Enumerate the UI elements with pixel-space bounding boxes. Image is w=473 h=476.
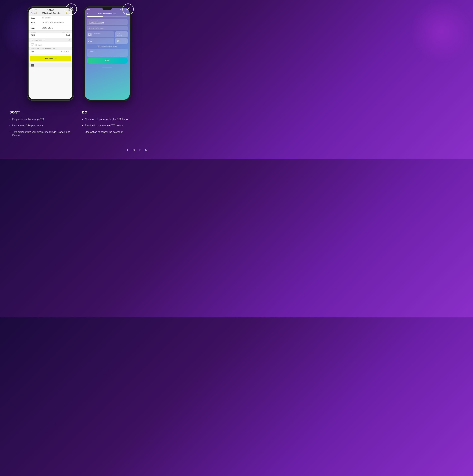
to-bank-label: To Nordea Bank Norge (88, 20, 126, 22)
eur-balance: 136,507.60 (117, 35, 122, 36)
name-value: Ilya Zubarev (42, 17, 70, 19)
date-chevron-icon: › (70, 51, 70, 53)
reason-value: Test (31, 43, 70, 44)
status-left: ●●○○ GS (31, 9, 36, 11)
dont-phone-wrapper: ✕ ●●○○ GS 9:41 AM ♪ ▲ ▮▮▮ Cancel SEPA Cr (27, 6, 74, 101)
iban-row: IBAN Converter DE02 1001 1001 2620 5038 … (29, 20, 72, 26)
scheduled-header: SCHEDULED EXECUTION (OPTIONAL) (29, 47, 72, 50)
do-badge: ✓ (122, 3, 134, 15)
transfer-reason-label: TRANSFER REASON (31, 39, 45, 41)
do-item-1: Common UI patterns for the CTA button (82, 118, 148, 121)
scheduled-label: SCHEDULED EXECUTION (OPTIONAL) (31, 48, 56, 49)
notch (103, 8, 112, 10)
iban-label: IBAN Converter (31, 22, 42, 25)
do-phone-wrapper: ✓ 9:41 ▲▲▲ ▲ ▮▮ ‹ Enter payment details (84, 6, 131, 101)
purpose-field[interactable]: Purpose (87, 49, 128, 57)
amount-value: 0,01 (66, 34, 70, 36)
date-value: 16 Apr 2018 (61, 51, 69, 53)
dont-item-1: Emphasis on the wrong CTA (9, 118, 76, 121)
payee-amount: 0.00 (88, 41, 113, 43)
to-bank-value: NO9622658628243 (88, 22, 126, 24)
do-item-3: One option to cancel the payment (82, 130, 148, 134)
dont-bullet-list: Emphasis on the wrong CTA Uncommon CTA p… (9, 118, 76, 137)
transfer-reason-header: TRANSFER REASON ⊕ (29, 38, 72, 42)
status-time: 9:41 (87, 9, 90, 11)
carrier-text: ●●○○ GS (31, 9, 36, 11)
do-column: DO Common UI patterns for the CTA button… (82, 110, 148, 140)
cancel-button[interactable]: Cancel (31, 12, 36, 14)
remove-currency-text: Remove another currency (100, 46, 117, 47)
old-phone-content: Name Ilya Zubarev IBAN Converter DE02 10… (29, 16, 72, 99)
date-row[interactable]: Date 16 Apr 2018 › (29, 50, 72, 54)
add-icon[interactable]: ⊕ (68, 39, 70, 41)
send-from-label: Send from main account (88, 33, 113, 34)
home-line (103, 67, 112, 68)
old-phone: ●●○○ GS 9:41 AM ♪ ▲ ▮▮▮ Cancel SEPA Cred… (27, 6, 74, 101)
date-label: Date (31, 51, 34, 53)
send-from-row: Send from main account 0.00 EUR 136,507.… (87, 31, 128, 37)
progress-bar-container (85, 16, 130, 18)
czk-code: CZK (117, 40, 120, 42)
bank-value: N26 Bank Berlin (42, 27, 70, 29)
amount-row: EUR 0,01 (29, 33, 72, 38)
progress-bar-bg (87, 16, 127, 17)
purpose-placeholder: Purpose (88, 50, 126, 52)
receiver-name-field[interactable]: Receiver's full name (87, 26, 128, 30)
dont-title: DON'T (9, 110, 76, 114)
x-icon: ✕ (69, 6, 73, 12)
camera-icon[interactable]: 📷 (31, 64, 34, 67)
enter-discount[interactable]: Enter discount (62, 31, 70, 33)
phones-section: ✕ ●●○○ GS 9:41 AM ♪ ▲ ▮▮▮ Cancel SEPA Cr (0, 0, 158, 106)
progress-bar-fill (87, 16, 103, 17)
old-phone-nav: Cancel SEPA Credit Transfer Send (29, 12, 72, 16)
reason-row: Test line 2 (35 chars) (29, 42, 72, 47)
reason-placeholder: line 2 (35 chars) (31, 44, 70, 46)
eur-code: EUR (117, 33, 122, 35)
do-bullet-list: Common UI patterns for the CTA button Em… (82, 118, 148, 134)
bank-row: Bank N26 Bank Berlin (29, 26, 72, 31)
new-phone-content: To Nordea Bank Norge NO9622658628243 Rec… (85, 18, 130, 100)
send-amount: 0.00 (88, 34, 113, 36)
send-from-field[interactable]: Send from main account 0.00 (87, 31, 114, 37)
header-title: Enter payment details (88, 13, 125, 15)
new-phone: 9:41 ▲▲▲ ▲ ▮▮ ‹ Enter payment details ✕ (84, 6, 131, 101)
receiver-placeholder: Receiver's full name (88, 27, 126, 29)
name-row: Name Ilya Zubarev (29, 16, 72, 20)
next-button[interactable]: Next (87, 58, 128, 64)
home-indicator (87, 66, 128, 68)
to-bank-field[interactable]: To Nordea Bank Norge NO9622658628243 (87, 19, 128, 25)
status-time: 9:41 AM (48, 9, 54, 11)
check-icon: ✓ (126, 6, 130, 12)
remove-currency-row[interactable]: ✕ Remove another currency (87, 45, 128, 48)
bottom-section: DON'T Emphasis on the wrong CTA Uncommon… (0, 106, 158, 148)
dont-item-2: Uncommon CTA placement (9, 124, 76, 127)
czk-chevron-icon: › (126, 40, 126, 42)
delete-order-button[interactable]: Delete order (30, 56, 71, 61)
iban-value: DE02 1001 1001 2620 5038 60 (42, 22, 70, 23)
old-phone-screen: ●●○○ GS 9:41 AM ♪ ▲ ▮▮▮ Cancel SEPA Cred… (29, 8, 72, 99)
amount-label: AMOUNT (31, 31, 37, 33)
camera-bar: 📷 (29, 63, 72, 68)
bank-label: Bank (31, 27, 42, 29)
do-item-2: Emphasis on the main CTA button (82, 124, 148, 127)
eur-chevron-icon: › (126, 34, 126, 35)
payee-row: Payee receives 0.00 CZK › (87, 38, 128, 44)
uxda-brand: U X D A (0, 148, 158, 157)
amount-currency: EUR (31, 34, 35, 36)
dont-item-3: Two options with very similar meanings (… (9, 130, 76, 137)
new-phone-header: ‹ Enter payment details ✕ (85, 11, 130, 16)
czk-selector[interactable]: CZK › (115, 38, 128, 44)
amount-section-header: AMOUNT Enter discount (29, 31, 72, 33)
dont-badge: ✕ (66, 3, 77, 15)
nav-title: SEPA Credit Transfer (42, 12, 61, 14)
dont-column: DON'T Emphasis on the wrong CTA Uncommon… (9, 110, 76, 140)
remove-x-icon: ✕ (98, 45, 100, 48)
eur-selector[interactable]: EUR 136,507.60 › (115, 31, 128, 37)
name-label: Name (31, 17, 42, 19)
payee-label: Payee receives (88, 39, 113, 40)
payee-field[interactable]: Payee receives 0.00 (87, 38, 114, 44)
new-phone-screen: 9:41 ▲▲▲ ▲ ▮▮ ‹ Enter payment details ✕ (85, 8, 130, 100)
do-title: DO (82, 110, 148, 114)
